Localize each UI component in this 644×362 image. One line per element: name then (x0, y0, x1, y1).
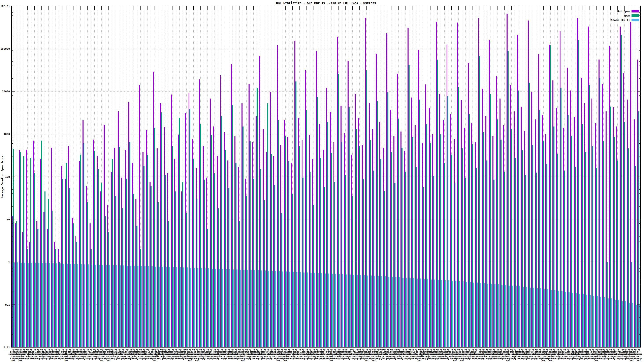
bar-score-0-1- (572, 293, 573, 347)
bar-score-0-1- (102, 265, 103, 347)
bar-spam (299, 146, 300, 347)
bar-score-0-1- (540, 288, 541, 347)
bar-score-0-1- (265, 271, 266, 347)
bar-not-spam (517, 35, 518, 347)
bar-score-0-1- (484, 283, 485, 347)
y-tick-label: 100 (5, 175, 10, 178)
bar-score-0-1- (494, 284, 496, 347)
bar-spam (253, 179, 254, 347)
y-tick-label: 1000 (4, 132, 10, 136)
bar-score-0-1- (321, 273, 322, 347)
bar-spam (69, 188, 70, 347)
bar-not-spam (337, 37, 338, 347)
bar-score-0-1- (208, 268, 209, 347)
legend-swatch-spam (632, 14, 639, 17)
bar-not-spam (609, 46, 610, 347)
bar-spam (518, 90, 519, 347)
bar-score-0-1- (530, 288, 531, 347)
bar-not-spam (510, 85, 511, 347)
bar-not-spam (418, 50, 419, 347)
bar-spam (479, 56, 480, 347)
bar-spam (635, 166, 636, 347)
bar-not-spam (203, 146, 204, 347)
bar-spam (324, 187, 325, 347)
bar-score-0-1- (230, 269, 230, 347)
bar-not-spam (12, 216, 13, 347)
bar-spam (221, 116, 222, 347)
bar-score-0-1- (314, 273, 315, 347)
bar-not-spam (273, 156, 274, 347)
bar-score-0-1- (519, 286, 520, 347)
bar-not-spam (100, 191, 101, 347)
bar-spam (193, 159, 194, 347)
bar-score-0-1- (381, 276, 382, 347)
bar-not-spam (228, 160, 228, 347)
bar-score-0-1- (597, 296, 598, 347)
bar-not-spam (414, 125, 416, 347)
bar-score-0-1- (335, 274, 336, 347)
bar-spam (405, 172, 406, 347)
bar-score-0-1- (371, 276, 372, 347)
y-tick-label: 10 (7, 218, 10, 221)
bar-not-spam (425, 84, 426, 347)
bar-spam (296, 81, 296, 347)
bar-spam (73, 223, 74, 347)
bar-spam (412, 137, 413, 347)
bar-spam (592, 146, 593, 347)
bar-not-spam (546, 134, 546, 347)
bar-score-0-1- (636, 305, 637, 347)
bar-spam (232, 105, 233, 347)
bar-not-spam (506, 14, 508, 347)
bar-spam (596, 168, 597, 347)
bar-score-0-1- (17, 263, 18, 347)
bar-spam (281, 213, 282, 347)
bar-spam (338, 74, 339, 347)
bar-score-0-1- (554, 290, 556, 347)
bar-spam (225, 150, 226, 347)
bar-not-spam (397, 74, 398, 347)
bar-spam (274, 185, 275, 347)
bar-score-0-1- (290, 272, 290, 347)
bar-not-spam (54, 242, 55, 347)
bar-not-spam (72, 218, 73, 347)
bar-score-0-1- (480, 283, 481, 347)
bar-score-0-1- (590, 295, 591, 347)
legend-item-score: Score (0..1) (611, 18, 639, 22)
bar-spam (126, 179, 127, 347)
bar-not-spam (252, 142, 253, 347)
bar-spam (27, 249, 28, 347)
bar-score-0-1- (608, 299, 608, 347)
bar-score-0-1- (116, 265, 117, 347)
bar-score-0-1- (551, 290, 552, 347)
bar-score-0-1- (622, 301, 623, 347)
bar-spam (408, 65, 410, 347)
bar-not-spam (234, 136, 236, 347)
bar-score-0-1- (212, 269, 213, 347)
bar-not-spam (26, 150, 27, 347)
bar-not-spam (514, 111, 514, 347)
bar-score-0-1- (325, 274, 326, 347)
bar-score-0-1- (441, 280, 442, 347)
y-tick-label: 1 (8, 261, 10, 264)
bar-spam (168, 221, 169, 347)
bar-spam (391, 152, 392, 347)
bar-score-0-1- (286, 272, 287, 347)
y-tick-label: 10000 (2, 90, 10, 93)
bar-not-spam (213, 126, 214, 347)
bar-spam (140, 249, 141, 347)
bar-score-0-1- (600, 297, 601, 347)
bar-not-spam (231, 64, 232, 347)
bar-score-0-1- (130, 266, 132, 347)
chart-canvas: RBL Statistics - Sun Mar 19 12:58:05 EDT… (0, 0, 644, 362)
bar-spam (511, 129, 512, 347)
bar-not-spam (383, 148, 384, 347)
bar-score-0-1- (138, 266, 138, 347)
bar-spam (90, 249, 92, 347)
bar-score-0-1- (385, 276, 386, 347)
bar-score-0-1- (173, 267, 174, 347)
bar-not-spam (248, 84, 250, 347)
legend: Not Spam Spam Score (0..1) (611, 9, 639, 22)
bar-spam (416, 167, 416, 347)
bar-spam (44, 191, 46, 347)
bar-spam (288, 161, 290, 347)
